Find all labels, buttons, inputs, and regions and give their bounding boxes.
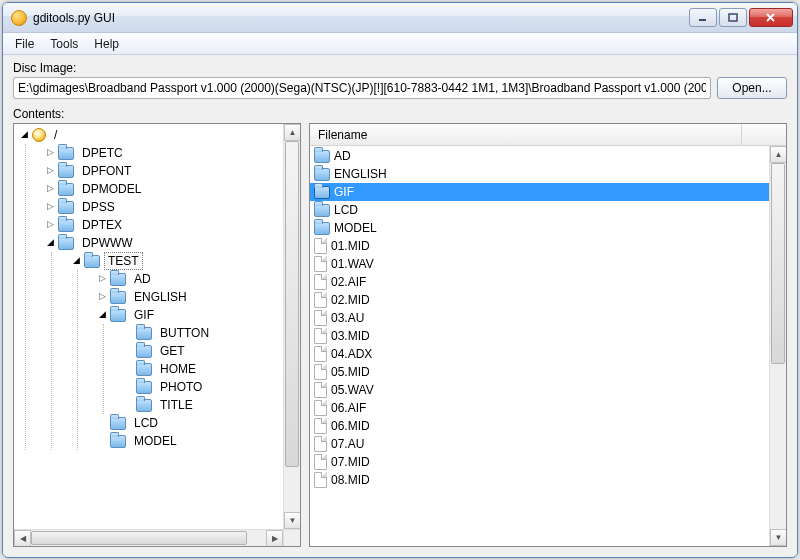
folder-icon: [58, 183, 74, 196]
list-item[interactable]: 07.AU: [310, 435, 769, 453]
menu-file[interactable]: File: [7, 35, 42, 53]
list-item[interactable]: 08.MID: [310, 471, 769, 489]
file-icon: [314, 256, 327, 272]
folder-icon: [58, 219, 74, 232]
tree-item-button[interactable]: BUTTON: [122, 324, 279, 342]
list-item[interactable]: 01.MID: [310, 237, 769, 255]
minimize-button[interactable]: [689, 8, 717, 27]
tree-item-dpfont[interactable]: ▷DPFONT: [44, 162, 279, 180]
list-item[interactable]: 01.WAV: [310, 255, 769, 273]
list-item[interactable]: 03.AU: [310, 309, 769, 327]
tree-item-get[interactable]: GET: [122, 342, 279, 360]
tree-item-ad[interactable]: ▷AD: [96, 270, 279, 288]
list-item[interactable]: 06.AIF: [310, 399, 769, 417]
column-filename[interactable]: Filename: [312, 124, 742, 145]
list-item[interactable]: 07.MID: [310, 453, 769, 471]
file-icon: [314, 346, 327, 362]
tree-pane: ◢/▷DPETC▷DPFONT▷DPMODEL▷DPSS▷DPTEX◢DPWWW…: [13, 123, 301, 547]
list-item[interactable]: LCD: [310, 201, 769, 219]
expand-icon[interactable]: ▷: [44, 146, 56, 158]
list-item-label: 02.AIF: [331, 275, 366, 289]
expand-icon[interactable]: ▷: [96, 272, 108, 284]
expand-icon[interactable]: ▷: [96, 290, 108, 302]
titlebar[interactable]: gditools.py GUI: [3, 3, 797, 33]
list-item-label: MODEL: [334, 221, 377, 235]
folder-icon: [136, 327, 152, 340]
tree-item-dpwww[interactable]: ◢DPWWW: [44, 234, 279, 252]
folder-icon: [58, 147, 74, 160]
list-item[interactable]: GIF: [310, 183, 769, 201]
scroll-left-icon[interactable]: ◀: [14, 530, 31, 547]
list-item-label: LCD: [334, 203, 358, 217]
tree-item-label: DPFONT: [78, 162, 135, 180]
expand-icon[interactable]: ▷: [44, 182, 56, 194]
list-item[interactable]: 04.ADX: [310, 345, 769, 363]
folder-icon: [314, 168, 330, 181]
folder-icon: [58, 201, 74, 214]
tree-item-label: DPWWW: [78, 234, 137, 252]
list-item[interactable]: 02.AIF: [310, 273, 769, 291]
expand-icon[interactable]: ▷: [44, 200, 56, 212]
close-button[interactable]: [749, 8, 793, 27]
tree-item-lcd[interactable]: LCD: [96, 414, 279, 432]
scroll-up-icon[interactable]: ▲: [284, 124, 301, 141]
tree-item-label: GET: [156, 342, 189, 360]
tree-item-dptex[interactable]: ▷DPTEX: [44, 216, 279, 234]
tree-item-label: BUTTON: [156, 324, 213, 342]
tree-item-gif[interactable]: ◢GIF: [96, 306, 279, 324]
expand-icon[interactable]: ▷: [44, 164, 56, 176]
contents-label: Contents:: [13, 107, 787, 121]
app-icon: [11, 10, 27, 26]
tree-item-dpmodel[interactable]: ▷DPMODEL: [44, 180, 279, 198]
scroll-down-icon[interactable]: ▼: [284, 512, 301, 529]
list-item[interactable]: AD: [310, 147, 769, 165]
tree-item-home[interactable]: HOME: [122, 360, 279, 378]
list-item[interactable]: ENGLISH: [310, 165, 769, 183]
file-icon: [314, 328, 327, 344]
tree-item-model[interactable]: MODEL: [96, 432, 279, 450]
tree-view[interactable]: ◢/▷DPETC▷DPFONT▷DPMODEL▷DPSS▷DPTEX◢DPWWW…: [14, 124, 283, 452]
tree-item-label: /: [50, 126, 61, 144]
tree-horizontal-scrollbar[interactable]: ◀ ▶: [14, 529, 283, 546]
list-item[interactable]: MODEL: [310, 219, 769, 237]
list-item[interactable]: 05.MID: [310, 363, 769, 381]
collapse-icon[interactable]: ◢: [70, 254, 82, 266]
list-item-label: 02.MID: [331, 293, 370, 307]
list-item[interactable]: 03.MID: [310, 327, 769, 345]
window-title: gditools.py GUI: [33, 11, 689, 25]
scrollbar-corner: [283, 529, 300, 546]
collapse-icon[interactable]: ◢: [44, 236, 56, 248]
tree-item-label: HOME: [156, 360, 200, 378]
menu-tools[interactable]: Tools: [42, 35, 86, 53]
expand-icon[interactable]: ▷: [44, 218, 56, 230]
tree-item-english[interactable]: ▷ENGLISH: [96, 288, 279, 306]
disc-image-input[interactable]: [13, 77, 711, 99]
tree-item-label: DPMODEL: [78, 180, 145, 198]
tree-vertical-scrollbar[interactable]: ▲ ▼: [283, 124, 300, 529]
list-item[interactable]: 06.MID: [310, 417, 769, 435]
tree-root-item[interactable]: ◢/: [18, 126, 279, 144]
list-item-label: 01.MID: [331, 239, 370, 253]
collapse-icon[interactable]: ◢: [18, 128, 30, 140]
scroll-right-icon[interactable]: ▶: [266, 530, 283, 547]
maximize-button[interactable]: [719, 8, 747, 27]
list-item-label: 08.MID: [331, 473, 370, 487]
tree-item-dpetc[interactable]: ▷DPETC: [44, 144, 279, 162]
open-button[interactable]: Open...: [717, 77, 787, 99]
collapse-icon[interactable]: ◢: [96, 308, 108, 320]
tree-item-label: DPTEX: [78, 216, 126, 234]
list-item[interactable]: 05.WAV: [310, 381, 769, 399]
list-vertical-scrollbar[interactable]: ▲ ▼: [769, 146, 786, 546]
menu-help[interactable]: Help: [86, 35, 127, 53]
scroll-down-icon[interactable]: ▼: [770, 529, 787, 546]
file-list[interactable]: ADENGLISHGIFLCDMODEL01.MID01.WAV02.AIF02…: [310, 146, 769, 490]
list-item[interactable]: 02.MID: [310, 291, 769, 309]
list-header[interactable]: Filename: [310, 124, 786, 146]
tree-item-dpss[interactable]: ▷DPSS: [44, 198, 279, 216]
minimize-icon: [698, 13, 708, 23]
tree-item-photo[interactable]: PHOTO: [122, 378, 279, 396]
tree-item-test[interactable]: ◢TEST: [70, 252, 279, 270]
scroll-up-icon[interactable]: ▲: [770, 146, 787, 163]
list-item-label: GIF: [334, 185, 354, 199]
tree-item-title[interactable]: TITLE: [122, 396, 279, 414]
